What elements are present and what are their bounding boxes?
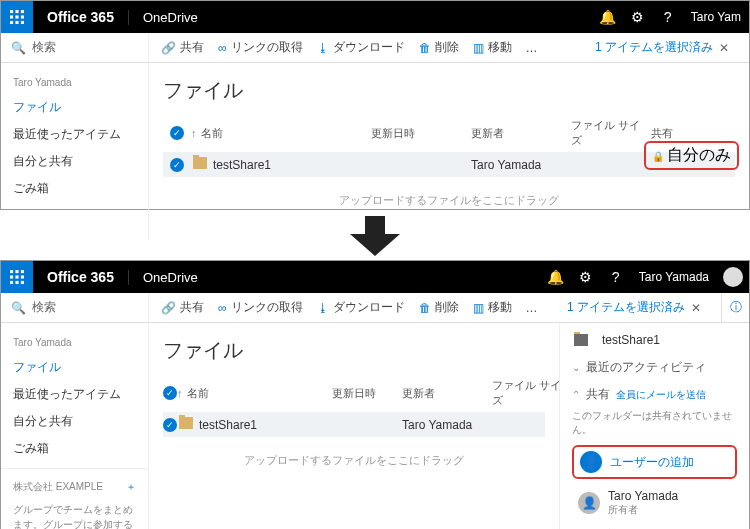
search-placeholder: 検索 [32,39,56,56]
more-button[interactable]: … [526,41,538,55]
col-size[interactable]: ファイル サイズ [571,118,651,148]
main-area: ファイル ✓ ↑名前 更新日時 更新者 ファイル サイズ 共有 ✓ testSh… [149,63,749,240]
col-date[interactable]: 更新日時 [332,386,402,401]
delete-button[interactable]: 🗑削除 [419,299,459,316]
file-name[interactable]: testShare1 [199,418,257,432]
help-icon[interactable]: ? [653,9,683,25]
user-name[interactable]: Taro Yam [683,10,749,24]
avatar[interactable] [723,267,743,287]
brand[interactable]: Office 365 [33,9,128,25]
svg-rect-12 [10,275,13,278]
folder-icon [574,334,588,346]
download-button[interactable]: ⭳ダウンロード [317,39,405,56]
add-user-icon: 👤 [580,451,602,473]
settings-icon[interactable]: ⚙ [571,269,601,285]
sidebar-item-recent[interactable]: 最近使ったアイテム [1,121,148,148]
drop-hint: アップロードするファイルをここにドラッグ [163,177,735,224]
sidebar-owner: Taro Yamada [1,333,148,354]
sidebar-item-files[interactable]: ファイル [1,354,148,381]
sidebar-item-shared[interactable]: 自分と共有 [1,148,148,175]
sidebar-item-shared[interactable]: 自分と共有 [1,408,148,435]
section-share: ⌃ 共有 全員にメールを送信 このフォルダーは共有されていません。 👤 ユーザー… [572,386,737,529]
file-name[interactable]: testShare1 [213,158,271,172]
col-share[interactable]: 共有 [651,126,721,141]
svg-rect-5 [21,15,24,18]
activity-label: 最近のアクティビティ [586,359,706,376]
move-icon: ▥ [473,41,484,55]
sidebar-item-recycle[interactable]: ごみ箱 [1,435,148,462]
main-area: ファイル ✓ ↑名前 更新日時 更新者 ファイル サイズ ✓ testShare… [149,323,559,529]
sidebar-item-files[interactable]: ファイル [1,94,148,121]
sidebar: Taro Yamada ファイル 最近使ったアイテム 自分と共有 ごみ箱 [1,63,149,240]
chevron-down-icon: ⌄ [572,362,580,373]
top-bar: Office 365 OneDrive 🔔 ⚙ ? Taro Yamada [1,261,749,293]
download-icon: ⭳ [317,301,329,315]
drop-hint: アップロードするファイルをここにドラッグ [163,437,545,484]
brand[interactable]: Office 365 [33,269,128,285]
app-launcher[interactable] [1,261,33,293]
share-button[interactable]: 🔗共有 [161,39,204,56]
delete-icon: 🗑 [419,301,431,315]
delete-button[interactable]: 🗑削除 [419,39,459,56]
svg-rect-13 [15,275,18,278]
share-button[interactable]: 🔗共有 [161,299,204,316]
col-name[interactable]: 名前 [201,127,223,139]
notifications-icon[interactable]: 🔔 [541,269,571,285]
details-toggle[interactable]: ⓘ [721,294,749,322]
share-icon: 🔗 [161,301,176,315]
sidebar-item-recycle[interactable]: ごみ箱 [1,175,148,202]
search-icon: 🔍 [11,41,26,55]
svg-rect-17 [21,281,24,284]
sidebar-item-recent[interactable]: 最近使ったアイテム [1,381,148,408]
share-label: 共有 [586,386,610,403]
row-check-icon[interactable]: ✓ [170,158,184,172]
search-input[interactable]: 🔍 検索 [1,293,149,322]
app-name: OneDrive [128,270,212,285]
owner-role: 所有者 [608,503,678,517]
link-icon: ∞ [218,301,227,315]
app-name: OneDrive [128,10,212,25]
col-user[interactable]: 更新者 [471,126,571,141]
table-header: ✓ ↑名前 更新日時 更新者 ファイル サイズ [163,374,545,412]
table-row[interactable]: ✓ testShare1 Taro Yamada [163,412,545,437]
col-date[interactable]: 更新日時 [371,126,471,141]
col-size[interactable]: ファイル サイズ [492,378,562,408]
notifications-icon[interactable]: 🔔 [593,9,623,25]
add-user-button[interactable]: 👤 ユーザーの追加 [572,445,737,479]
owner-row: 👤 Taro Yamada 所有者 [572,487,737,519]
not-shared-note: このフォルダーは共有されていません。 [572,409,737,437]
svg-rect-3 [10,15,13,18]
svg-rect-9 [10,270,13,273]
row-check-icon[interactable]: ✓ [163,418,177,432]
details-pane: testShare1 ⌄ 最近のアクティビティ ⌃ 共有 全員にメールを送信 こ… [559,323,749,529]
download-button[interactable]: ⭳ダウンロード [317,299,405,316]
user-name[interactable]: Taro Yamada [631,270,717,284]
select-all[interactable]: ✓ [163,386,177,400]
get-link-button[interactable]: ∞リンクの取得 [218,299,303,316]
selection-info: 1 アイテムを選択済み ✕ [595,39,737,56]
move-button[interactable]: ▥移動 [473,299,512,316]
sort-arrow-icon[interactable]: ↑ [177,387,183,399]
col-user[interactable]: 更新者 [402,386,492,401]
top-bar: Office 365 OneDrive 🔔 ⚙ ? Taro Yam [1,1,749,33]
page-title: ファイル [163,337,545,364]
mail-all-link[interactable]: 全員にメールを送信 [616,388,706,402]
app-launcher[interactable] [1,1,33,33]
sort-arrow-icon[interactable]: ↑ [191,127,197,139]
get-link-button[interactable]: ∞リンクの取得 [218,39,303,56]
add-user-label: ユーザーの追加 [610,454,694,471]
settings-icon[interactable]: ⚙ [623,9,653,25]
sidebar-group-msg: グループでチームをまとめます。グループに参加するか、グループを新しく作りましょう… [1,498,148,529]
search-input[interactable]: 🔍 検索 [1,33,149,62]
sidebar-groups-header: 株式会社 EXAMPLE ＋ [1,475,148,498]
col-name[interactable]: 名前 [187,387,209,399]
clear-selection-icon[interactable]: ✕ [719,41,729,55]
svg-rect-15 [10,281,13,284]
help-icon[interactable]: ? [601,269,631,285]
select-all[interactable]: ✓ [163,126,191,140]
lock-icon: 🔒 [652,151,664,162]
add-group-icon[interactable]: ＋ [126,479,136,494]
move-button[interactable]: ▥移動 [473,39,512,56]
clear-selection-icon[interactable]: ✕ [691,301,701,315]
more-button[interactable]: … [526,301,538,315]
